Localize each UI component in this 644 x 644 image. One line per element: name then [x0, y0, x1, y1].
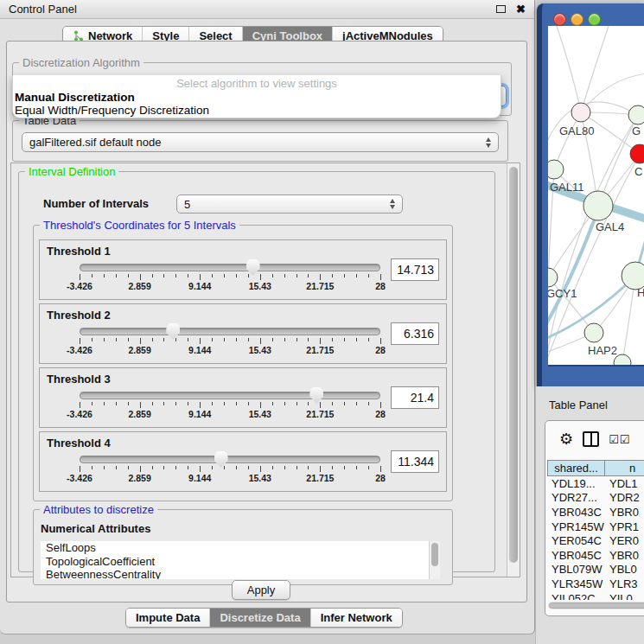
zoom-traffic-light[interactable] [588, 13, 601, 26]
table-cell[interactable]: YLR345W [547, 577, 605, 590]
major-tick [140, 466, 141, 472]
table-row[interactable]: YLR345WYLR3 [547, 577, 644, 591]
table-row[interactable]: YDR27...YDR2 [547, 491, 644, 506]
apply-button[interactable]: Apply [232, 580, 290, 600]
table-cell[interactable]: YDR2 [605, 491, 644, 504]
dropdown-option-equal-width-frequency-discretization[interactable]: Equal Width/Frequency Discretization [13, 104, 501, 117]
split-columns-icon[interactable] [583, 431, 599, 447]
threshold-value-field[interactable]: 14.713 [391, 258, 439, 281]
dropdown-option-manual-discretization[interactable]: Manual Discretization [13, 91, 501, 104]
vertical-scrollbar-thumb[interactable] [509, 167, 518, 563]
float-window-icon[interactable] [496, 5, 506, 13]
table-cell[interactable]: YBR0 [605, 506, 644, 519]
minor-tick [272, 274, 273, 277]
vertical-scrollbar[interactable] [507, 163, 520, 577]
table-row[interactable]: YPR145WYPR1 [547, 520, 644, 534]
network-edge-thick[interactable] [548, 209, 598, 327]
threshold-slider[interactable]: -3.4262.8599.14415.4321.71528 [80, 264, 380, 291]
list-scrollbar[interactable] [429, 541, 440, 579]
threshold-slider[interactable]: -3.4262.8599.14415.4321.71528 [80, 328, 380, 355]
table-cell[interactable]: YDL19... [547, 477, 605, 490]
major-tick [260, 338, 261, 344]
node-label: GAL80 [559, 124, 594, 137]
close-icon[interactable]: ✖ [516, 3, 526, 15]
table-cell[interactable]: YIL052C [547, 592, 605, 600]
numerical-attributes-list[interactable]: SelfLoopsTopologicalCoefficientBetweenne… [41, 541, 440, 579]
attribute-item-topologicalcoefficient[interactable]: TopologicalCoefficient [41, 555, 440, 569]
table-row[interactable]: YBL079WYBL0 [547, 563, 644, 577]
threshold-slider[interactable]: -3.4262.8599.14415.4321.71528 [80, 456, 380, 483]
table-cell[interactable]: YBL079W [547, 563, 605, 576]
group-title: Threshold's Coordinates for 5 Intervals [40, 219, 239, 232]
network-edge[interactable] [557, 26, 581, 112]
network-node-c[interactable] [630, 144, 644, 163]
threshold-value-field[interactable]: 11.344 [391, 450, 439, 473]
network-node-gal80[interactable] [571, 103, 590, 122]
table-cell[interactable]: YDL1 [605, 477, 644, 490]
major-tick [200, 402, 201, 408]
slider-track[interactable] [80, 264, 380, 271]
table-cell[interactable]: YPR1 [605, 520, 644, 533]
table-cell[interactable]: YBR045C [547, 549, 605, 562]
tab-infer-network[interactable]: Infer Network [310, 609, 402, 627]
horizontal-scrollbar[interactable] [548, 602, 644, 609]
table-row[interactable]: YBR043CYBR0 [547, 505, 644, 520]
network-node-g[interactable] [628, 105, 644, 124]
number-of-intervals-combobox[interactable]: 5 [176, 194, 403, 214]
network-node-gal11[interactable] [548, 160, 564, 179]
tick-label: 28 [375, 409, 386, 419]
tab-label: Infer Network [321, 611, 392, 624]
table-cell[interactable]: YBR0 [605, 549, 644, 562]
tick-label: 21.715 [306, 473, 334, 483]
network-node-gcy1[interactable] [548, 268, 558, 287]
table-row[interactable]: YIL052CYIL0 [547, 591, 644, 600]
column-header[interactable]: n [605, 460, 644, 476]
table-row[interactable]: YER054CYER0 [547, 533, 644, 548]
tab-impute-data[interactable]: Impute Data [126, 609, 209, 627]
list-scrollbar-thumb[interactable] [431, 543, 438, 566]
tab-discretize-data[interactable]: Discretize Data [209, 609, 309, 627]
table-cell[interactable]: YDR27... [547, 491, 605, 504]
table-cell[interactable]: YER0 [605, 534, 644, 547]
slider-track[interactable] [80, 328, 380, 335]
table-cell[interactable]: YBR043C [547, 506, 605, 519]
minor-tick [332, 338, 333, 341]
table-row[interactable]: YBR045CYBR0 [547, 548, 644, 563]
minor-tick [104, 466, 105, 469]
network-node-hap2[interactable] [584, 323, 603, 342]
slider-track[interactable] [80, 456, 380, 463]
threshold-value-field[interactable]: 21.4 [391, 386, 439, 409]
network-node-gal4[interactable] [583, 191, 613, 220]
stepper-arrows-icon [486, 137, 491, 148]
table-cell[interactable]: YIL0 [605, 592, 644, 600]
checked-columns-icon[interactable]: ☑☑ [609, 433, 630, 446]
threshold-slider[interactable]: -3.4262.8599.14415.4321.71528 [80, 392, 380, 419]
table-data-combobox[interactable]: galFiltered.sif default node [22, 132, 499, 152]
minor-tick [128, 402, 129, 405]
table-cell[interactable]: YER054C [547, 534, 605, 547]
close-traffic-light[interactable] [553, 13, 566, 26]
network-view-window[interactable]: GAL80GCGAL11GAL4GCY1HHAP2 [537, 3, 644, 386]
minimize-traffic-light[interactable] [571, 13, 583, 26]
attribute-item-betweennesscentrality[interactable]: BetweennessCentrality [41, 568, 440, 579]
table-cell[interactable]: YBL0 [605, 563, 644, 576]
network-canvas[interactable]: GAL80GCGAL11GAL4GCY1HHAP2 [548, 26, 644, 367]
algorithm-dropdown-popup: Select algorithm to view settings Manual… [12, 75, 501, 118]
tick-label: 9.144 [188, 473, 211, 483]
minor-tick [224, 402, 225, 405]
table-row[interactable]: YDL19...YDL1 [547, 476, 644, 491]
tick-label: -3.426 [67, 345, 92, 355]
control-panel-titlebar[interactable]: Control Panel ✖ [0, 0, 534, 19]
minor-tick [116, 402, 117, 405]
gear-icon[interactable]: ⚙ [559, 431, 573, 447]
slider-track[interactable] [80, 392, 380, 399]
table-cell[interactable]: YLR3 [605, 577, 644, 590]
column-header[interactable]: shared... [547, 460, 605, 476]
horizontal-scrollbar-thumb[interactable] [549, 603, 644, 609]
table-cell[interactable]: YPR145W [547, 520, 605, 533]
threshold-value-field[interactable]: 6.316 [391, 322, 439, 345]
network-edge[interactable] [581, 26, 609, 112]
number-of-intervals-value: 5 [184, 198, 190, 211]
attribute-item-selfloops[interactable]: SelfLoops [41, 541, 440, 555]
major-tick [80, 274, 80, 280]
